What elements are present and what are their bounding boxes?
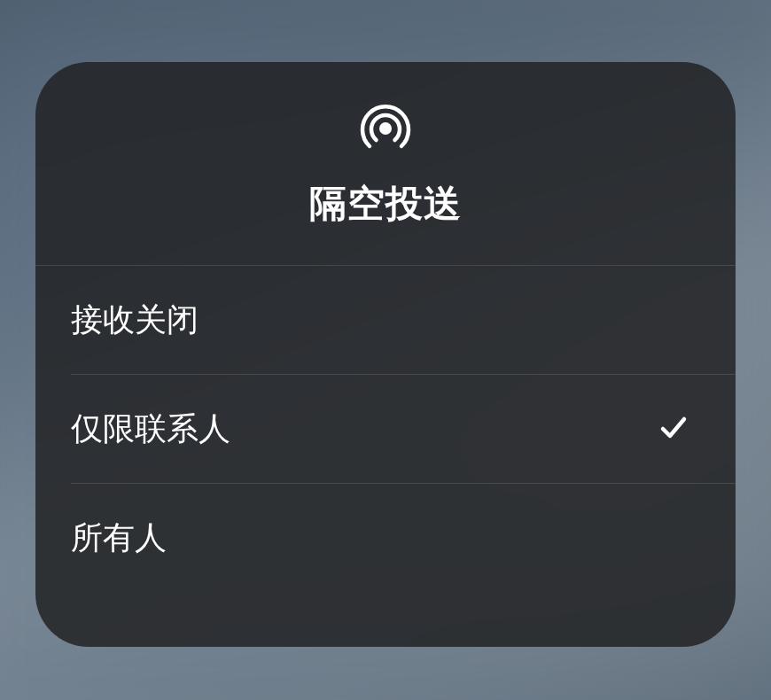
panel-header: 隔空投送	[35, 62, 736, 266]
svg-point-0	[379, 122, 392, 135]
panel-title: 隔空投送	[309, 179, 462, 229]
airdrop-settings-panel: 隔空投送 接收关闭 仅限联系人 所有人	[35, 62, 736, 647]
airdrop-icon	[356, 99, 415, 158]
option-contacts-only[interactable]: 仅限联系人	[35, 375, 736, 484]
option-label: 接收关闭	[71, 299, 199, 342]
options-list: 接收关闭 仅限联系人 所有人	[35, 266, 736, 593]
checkmark-icon	[658, 412, 689, 447]
option-everyone[interactable]: 所有人	[35, 484, 736, 593]
option-receiving-off[interactable]: 接收关闭	[35, 266, 736, 375]
option-label: 所有人	[71, 517, 167, 560]
option-label: 仅限联系人	[71, 408, 230, 451]
